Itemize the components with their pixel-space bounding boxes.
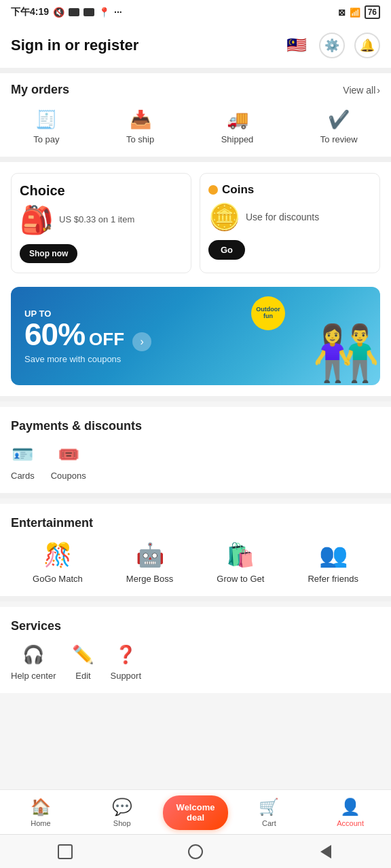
coins-title: Coins	[222, 183, 254, 197]
banner-badge: Outdoor fun	[251, 296, 285, 330]
banner-percent: 60%	[24, 319, 85, 350]
edit-label: Edit	[75, 671, 90, 681]
choice-text-block: US $0.33 on 1 item	[59, 214, 134, 226]
sys-recents-button[interactable]	[316, 842, 335, 861]
coins-content: 🪙 Use for discounts	[208, 202, 371, 232]
to-review-icon: ✔️	[328, 109, 350, 130]
notification-icon[interactable]: 🔔	[354, 33, 380, 58]
wifi-icon: 📶	[350, 7, 360, 18]
account-label: Account	[337, 819, 364, 827]
system-nav-bar	[0, 834, 391, 868]
choice-price: US $0.33 on 1 item	[59, 214, 134, 226]
nav-account[interactable]: 👤 Account	[310, 797, 391, 827]
rect-icon1	[69, 8, 79, 16]
shop-label: Shop	[113, 819, 131, 827]
order-to-pay[interactable]: 🧾 To pay	[33, 109, 59, 144]
edit-item[interactable]: ✏️ Edit	[72, 644, 94, 681]
payments-items: 🪪 Cards 🎟️ Coupons	[11, 444, 380, 481]
chevron-right-icon: ›	[377, 85, 380, 96]
my-orders-header: My orders View all ›	[0, 73, 391, 100]
refer-friends-icon: 👥	[319, 541, 348, 568]
coins-header: Coins	[208, 183, 371, 197]
help-center-item[interactable]: 🎧 Help center	[11, 644, 56, 681]
choice-card: Choice 🎒 US $0.33 on 1 item Shop now	[11, 173, 191, 273]
entertainment-title: Entertainment	[11, 516, 380, 530]
sys-back-button[interactable]	[186, 842, 205, 861]
services-items: 🎧 Help center ✏️ Edit ❓ Support	[11, 644, 380, 681]
to-review-label: To review	[320, 134, 358, 144]
orders-title: My orders	[11, 83, 69, 97]
entertainment-items: 🎊 GoGo Match 🤖 Merge Boss 🛍️ Grow to Get…	[11, 541, 380, 584]
shop-now-button[interactable]: Shop now	[20, 244, 77, 263]
divider-5	[0, 596, 391, 601]
help-center-label: Help center	[11, 671, 56, 681]
nav-cart[interactable]: 🛒 Cart	[228, 797, 310, 827]
welcome-deal-button[interactable]: Welcomedeal	[163, 795, 229, 830]
nav-shop[interactable]: 💬 Shop	[81, 797, 163, 827]
merge-boss-item[interactable]: 🤖 Merge Boss	[126, 541, 173, 584]
battery-display: 76	[365, 5, 380, 19]
help-center-icon: 🎧	[22, 644, 44, 665]
cart-icon: 🛒	[259, 797, 279, 816]
gogo-match-icon: 🎊	[43, 541, 72, 568]
cards-icon: 🪪	[12, 444, 33, 465]
coins-icon: 🪙	[208, 202, 240, 232]
nav-home[interactable]: 🏠 Home	[0, 797, 81, 827]
support-item[interactable]: ❓ Support	[110, 644, 141, 681]
support-label: Support	[110, 671, 141, 681]
promo-cards-row: Choice 🎒 US $0.33 on 1 item Shop now Coi…	[0, 162, 391, 284]
coin-dot-icon	[208, 185, 218, 195]
page-title[interactable]: Sign in or register	[11, 37, 138, 54]
order-to-ship[interactable]: 📥 To ship	[126, 109, 154, 144]
payments-title: Payments & discounts	[11, 419, 380, 433]
coupons-item[interactable]: 🎟️ Coupons	[51, 444, 86, 481]
bag-icon: 🎒	[20, 204, 54, 236]
to-ship-label: To ship	[126, 134, 154, 144]
shipped-label: Shipped	[221, 134, 254, 144]
settings-icon[interactable]: ⚙️	[319, 33, 345, 58]
refer-friends-label: Refer friends	[308, 574, 358, 584]
banner-section: UP TO 60% OFF › Save more with coupons O…	[0, 284, 391, 396]
sys-home-button[interactable]	[56, 842, 75, 861]
banner-people-icon: 👫	[312, 287, 380, 385]
grow-to-get-item[interactable]: 🛍️ Grow to Get	[217, 541, 264, 584]
cart-label: Cart	[262, 819, 276, 827]
choice-title: Choice	[20, 183, 183, 199]
sys-circle-icon	[188, 844, 203, 859]
grow-to-get-label: Grow to Get	[217, 574, 264, 584]
time-display: 下午4:19	[11, 6, 49, 18]
entertainment-section: Entertainment 🎊 GoGo Match 🤖 Merge Boss …	[0, 504, 391, 596]
coins-card: Coins 🪙 Use for discounts Go	[200, 173, 380, 273]
coins-go-button[interactable]: Go	[208, 240, 245, 260]
gogo-match-item[interactable]: 🎊 GoGo Match	[33, 541, 83, 584]
merge-boss-label: Merge Boss	[126, 574, 173, 584]
account-icon: 👤	[340, 797, 360, 816]
banner-text: UP TO 60% OFF › Save more with coupons	[24, 309, 151, 364]
divider-4	[0, 493, 391, 498]
edit-icon: ✏️	[72, 644, 94, 665]
coupons-icon: 🎟️	[58, 444, 79, 465]
coins-description: Use for discounts	[246, 212, 319, 222]
banner-arrow-icon: ›	[132, 332, 151, 351]
merge-boss-icon: 🤖	[136, 541, 164, 568]
country-flag[interactable]: 🇲🇾	[284, 33, 310, 58]
orders-row: 🧾 To pay 📥 To ship 🚚 Shipped ✔️ To revie…	[0, 100, 391, 157]
order-to-review[interactable]: ✔️ To review	[320, 109, 358, 144]
promo-banner[interactable]: UP TO 60% OFF › Save more with coupons O…	[11, 287, 380, 385]
shipped-icon: 🚚	[227, 109, 248, 130]
home-icon: 🏠	[31, 797, 51, 816]
coins-text-block: Use for discounts	[246, 212, 319, 222]
header-icons: 🇲🇾 ⚙️ 🔔	[284, 33, 380, 58]
view-all-link[interactable]: View all ›	[343, 85, 380, 96]
shop-icon: 💬	[112, 797, 132, 816]
cards-item[interactable]: 🪪 Cards	[11, 444, 35, 481]
banner-off: OFF	[89, 329, 124, 350]
support-icon: ❓	[115, 644, 136, 665]
welcome-deal-btn[interactable]: Welcomedeal	[163, 795, 229, 830]
location-icon: 📍	[98, 7, 110, 18]
order-shipped[interactable]: 🚚 Shipped	[221, 109, 254, 144]
refer-friends-item[interactable]: 👥 Refer friends	[308, 541, 358, 584]
sim-icon: ⊠	[338, 7, 346, 18]
sys-square-icon	[58, 844, 73, 859]
divider-3	[0, 396, 391, 401]
